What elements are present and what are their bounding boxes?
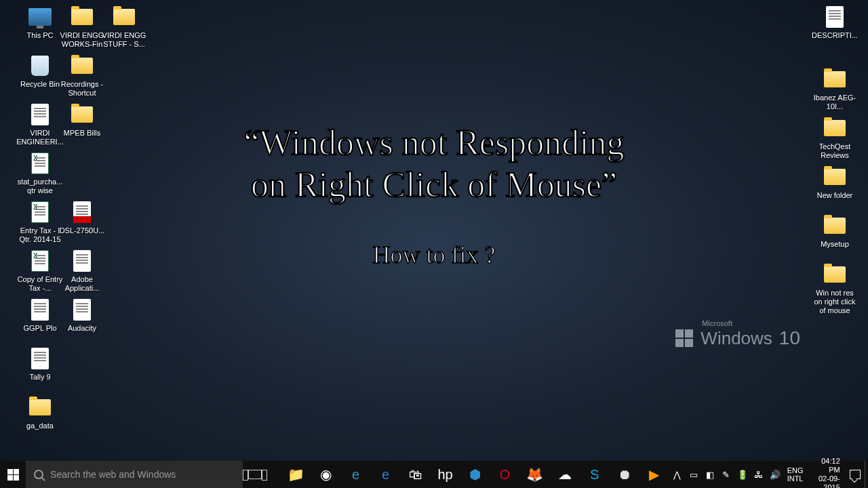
edge-icon[interactable]: e — [371, 461, 401, 488]
overlay-line1: “Windows not Responding — [129, 122, 739, 164]
clock-time: 04:12 PM — [812, 457, 840, 474]
desktop-icon-mpeb-bills[interactable]: MPEB Bills — [58, 103, 106, 138]
pdf-icon — [71, 201, 94, 224]
folder-icon — [71, 5, 94, 28]
desktop-icon-ggpl-plo[interactable]: GGPL Plo — [16, 298, 64, 333]
brand-microsoft: Microsoft — [702, 319, 800, 327]
ie-icon[interactable]: e — [341, 461, 371, 488]
folder-icon — [71, 103, 94, 126]
icon-label: Recycle Bin — [16, 80, 64, 89]
windows-start-icon — [7, 469, 19, 481]
desktop-icon-virdi-engineeri[interactable]: VIRDI ENGINEERI... — [16, 103, 64, 146]
bin-icon — [28, 54, 52, 77]
folder-icon — [823, 263, 846, 286]
paper-icon — [71, 249, 94, 272]
tray-pen-icon[interactable]: ✎ — [718, 461, 734, 488]
skype-icon[interactable]: S — [580, 461, 610, 488]
tray-chevron-icon[interactable]: ⋀ — [669, 461, 686, 488]
tray-volume-icon[interactable]: 🔊 — [767, 461, 783, 488]
chrome-icon[interactable]: ◉ — [311, 461, 341, 488]
tray-network-icon[interactable]: 🖧 — [751, 461, 767, 488]
dropbox-icon[interactable]: ⬢ — [460, 461, 490, 488]
desktop-icon-descripti[interactable]: DESCRIPTI... — [811, 5, 859, 40]
tray-hp-icon[interactable]: ◧ — [702, 461, 718, 488]
folder-icon — [823, 165, 846, 188]
taskbar: Search the web and Windows 📁◉ee🛍hp⬢O🦊☁S⏺… — [0, 461, 868, 488]
icon-label: Audacity — [58, 324, 106, 333]
desktop-icon-copy-entry-tax[interactable]: Copy of Entry Tax -... — [16, 249, 64, 293]
desktop-icon-win-not-res[interactable]: Win not res on right click of mouse — [811, 263, 859, 315]
icon-label: MPEB Bills — [58, 129, 106, 138]
search-box[interactable]: Search the web and Windows — [26, 461, 243, 488]
folder-icon — [823, 68, 846, 91]
paper-icon — [823, 5, 846, 28]
lang-top: ENG — [787, 466, 804, 474]
desktop-icon-mysetup[interactable]: Mysetup — [811, 214, 859, 249]
icon-label: Ibanez AEG-10I... — [811, 94, 859, 111]
icon-label: VIRDI ENGG WORKS-Fin — [58, 31, 106, 49]
clock[interactable]: 04:12 PM 02-09-2015 — [807, 457, 845, 488]
file-explorer-icon[interactable]: 📁 — [281, 461, 311, 488]
icon-label: TechQest Reviews — [811, 142, 859, 160]
windows-logo-icon — [675, 329, 694, 348]
task-view-button[interactable] — [243, 461, 268, 488]
icon-label: Mysetup — [811, 240, 859, 249]
tray-touchpad-icon[interactable]: ▭ — [686, 461, 702, 488]
windows10-brand: Microsoft Windows10 — [675, 319, 800, 349]
hp-icon[interactable]: hp — [431, 461, 460, 488]
folder-icon — [28, 396, 52, 419]
desktop-icon-tally9[interactable]: Tally 9 — [16, 347, 64, 382]
icon-label: New folder — [811, 191, 859, 200]
desktop: This PCVIRDI ENGG WORKS-FinVIRDI ENGG ST… — [0, 0, 868, 461]
icon-label: This PC — [16, 31, 64, 40]
firefox-icon[interactable]: 🦊 — [520, 461, 550, 488]
lang-bottom: INTL — [787, 474, 804, 483]
overlay-line2: on Right Click of Mouse” — [129, 164, 739, 206]
store-icon[interactable]: 🛍 — [401, 461, 431, 488]
brand-version: 10 — [779, 327, 800, 349]
overlay-sub: How to fix ? — [129, 241, 739, 269]
desktop-icon-adobe-applicati[interactable]: Adobe Applicati... — [58, 249, 106, 293]
clock-date: 02-09-2015 — [812, 474, 840, 488]
language-indicator[interactable]: ENG INTL — [783, 466, 808, 483]
show-desktop-button[interactable] — [865, 461, 868, 488]
desktop-icon-dsl-2750u[interactable]: DSL-2750U... — [58, 201, 106, 235]
desktop-icon-audacity[interactable]: Audacity — [58, 298, 106, 333]
action-center-button[interactable] — [846, 461, 865, 488]
icon-label: VIRDI ENGINEERI... — [16, 129, 64, 146]
taskbar-apps: 📁◉ee🛍hp⬢O🦊☁S⏺▶ — [281, 461, 669, 488]
icon-label: Adobe Applicati... — [58, 275, 106, 293]
icon-label: stat_purcha... qtr wise — [16, 178, 64, 195]
onedrive-icon[interactable]: ☁ — [550, 461, 580, 488]
wmp-icon[interactable]: ▶ — [639, 461, 669, 488]
xls-icon — [28, 152, 52, 175]
start-button[interactable] — [0, 461, 26, 488]
desktop-icon-stat-purcha[interactable]: stat_purcha... qtr wise — [16, 152, 64, 195]
xls-icon — [28, 249, 52, 272]
desktop-icon-ibanez-aeg[interactable]: Ibanez AEG-10I... — [811, 68, 859, 111]
desktop-icon-ga-data[interactable]: ga_data — [16, 396, 64, 430]
paper-icon — [28, 298, 52, 321]
task-view-icon — [248, 470, 262, 479]
paper-icon — [71, 298, 94, 321]
desktop-icon-recordings-shortcut[interactable]: Recordings - Shortcut — [58, 54, 106, 98]
overlay-text: “Windows not Responding on Right Click o… — [129, 122, 739, 269]
folder-icon — [823, 214, 846, 237]
system-tray: ⋀▭◧✎🔋🖧🔊 ENG INTL 04:12 PM 02-09-2015 — [669, 461, 868, 488]
notification-icon — [850, 470, 861, 479]
opera-icon[interactable]: O — [490, 461, 520, 488]
screenrec-icon[interactable]: ⏺ — [610, 461, 639, 488]
tray-battery-icon[interactable]: 🔋 — [734, 461, 751, 488]
desktop-icon-entry-tax-1[interactable]: Entry Tax - I Qtr. 2014-15 — [16, 201, 64, 244]
desktop-icon-recycle-bin[interactable]: Recycle Bin — [16, 54, 64, 89]
desktop-icon-this-pc[interactable]: This PC — [16, 5, 64, 40]
icon-label: Tally 9 — [16, 373, 64, 382]
icon-label: DESCRIPTI... — [811, 31, 859, 40]
icon-label: Copy of Entry Tax -... — [16, 275, 64, 293]
icon-label: ga_data — [16, 422, 64, 430]
desktop-icon-virdi-engg-works[interactable]: VIRDI ENGG WORKS-Fin — [58, 5, 106, 49]
icon-label: VIRDI ENGG STUFF - S... — [100, 31, 148, 49]
desktop-icon-virdi-engg-stuff[interactable]: VIRDI ENGG STUFF - S... — [100, 5, 148, 49]
desktop-icon-new-folder[interactable]: New folder — [811, 165, 859, 200]
desktop-icon-techqest-reviews[interactable]: TechQest Reviews — [811, 117, 859, 160]
